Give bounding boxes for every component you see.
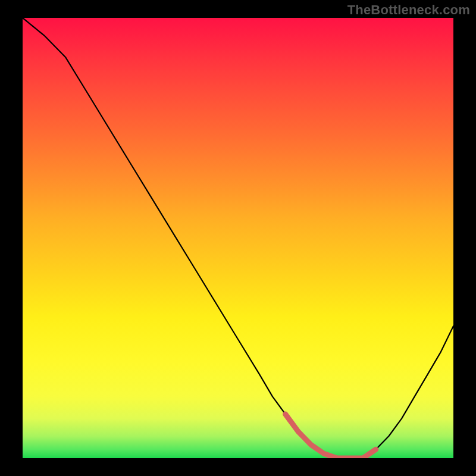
- optimal-range-marker-path: [286, 414, 376, 458]
- watermark-text: TheBottleneck.com: [347, 2, 470, 18]
- bottleneck-curve-path: [23, 18, 453, 458]
- chart-svg: [23, 18, 453, 458]
- chart-frame: TheBottleneck.com: [0, 0, 476, 476]
